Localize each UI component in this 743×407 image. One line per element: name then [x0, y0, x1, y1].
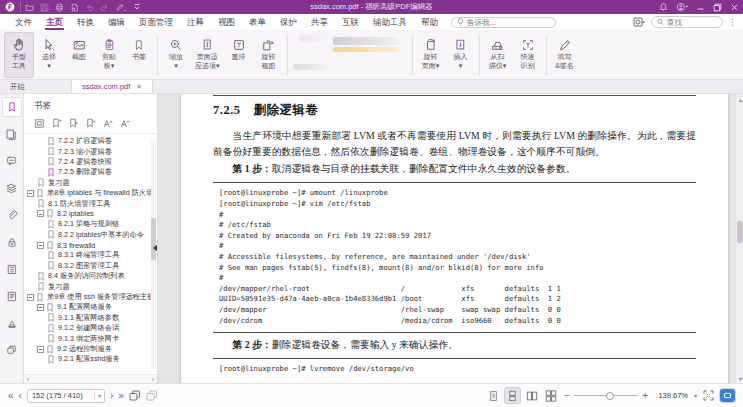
tool-rotatepage[interactable]: 旋转页面▾: [416, 32, 446, 78]
bookmark-item[interactable]: 9.1.2 创建网络会话: [24, 323, 157, 333]
zoom-out-button[interactable]: −: [564, 390, 570, 401]
nav-attachment-icon[interactable]: [3, 206, 21, 224]
page-dropdown-icon[interactable]: ▾: [94, 392, 104, 399]
tool-snapshot[interactable]: 截图: [64, 32, 94, 78]
page-number-input[interactable]: [28, 391, 94, 400]
customize-chevron-icon[interactable]: [133, 3, 141, 11]
menu-item-帮助[interactable]: 帮助: [414, 14, 445, 30]
zoom-in-button[interactable]: +: [642, 390, 648, 401]
bookmark-item[interactable]: 第8章 iptables 与 firewalld 防火墙: [24, 188, 157, 198]
menu-item-保护[interactable]: 保护: [273, 14, 304, 30]
close-icon[interactable]: [730, 3, 739, 12]
layout-continuous-button[interactable]: [505, 388, 520, 403]
text-larger-icon[interactable]: [102, 118, 113, 129]
scroll-up-icon[interactable]: ▴: [739, 96, 742, 103]
find-box[interactable]: [651, 16, 723, 28]
tool-insert[interactable]: 插入▾: [446, 32, 476, 78]
tool-fitpage[interactable]: 页面适应选项▾: [191, 32, 224, 78]
bookmark-item[interactable]: 7.2.2 扩容逻辑卷: [24, 136, 157, 146]
tree-expander-icon[interactable]: [37, 210, 44, 217]
ink-sign-icon[interactable]: [115, 3, 127, 12]
bookmark-item[interactable]: 9.2.1 配置sshd服务: [24, 354, 157, 364]
menu-item-共享[interactable]: 共享: [304, 14, 335, 30]
bookmark-item[interactable]: 7.2.4 逻辑卷快照: [24, 157, 157, 167]
undo-icon[interactable]: [85, 3, 94, 12]
redo-icon[interactable]: [100, 3, 109, 12]
minimize-icon[interactable]: [696, 3, 705, 12]
menu-item-互联[interactable]: 互联: [335, 14, 366, 30]
folder-open-icon[interactable]: [25, 3, 34, 12]
fullscreen-icon[interactable]: [703, 390, 714, 401]
layout-facing-continuous-button[interactable]: [543, 388, 558, 403]
menu-item-主页[interactable]: 主页: [39, 14, 70, 30]
tool-fillsign[interactable]: 填写&签名: [550, 32, 580, 78]
tree-expander-icon[interactable]: [37, 304, 44, 311]
bookmark-item[interactable]: 8.2 iptables: [24, 209, 157, 219]
last-page-button[interactable]: »: [118, 390, 124, 401]
new-page-icon[interactable]: [70, 3, 79, 12]
tool-bookmark[interactable]: 书签: [124, 32, 154, 78]
menu-item-视图[interactable]: 视图: [211, 14, 242, 30]
scroll-down-icon[interactable]: ▾: [739, 375, 742, 382]
tell-me-box[interactable]: [451, 17, 556, 28]
split-window-icon[interactable]: [146, 390, 158, 401]
bookmark-item[interactable]: 9.2 远程控制服务: [24, 344, 157, 354]
assistant-badge-icon[interactable]: [720, 389, 735, 402]
bookmark-item[interactable]: 8.3.2 图形管理工具: [24, 261, 157, 271]
bookmark-del-icon[interactable]: [85, 117, 96, 129]
panel-vertical-scrollbar[interactable]: [151, 140, 156, 369]
menu-item-页面管理[interactable]: 页面管理: [132, 14, 180, 30]
tool-scanner[interactable]: 从扫描仪▾: [483, 32, 513, 78]
zoom-dropdown-icon[interactable]: ▾: [694, 392, 697, 399]
zoom-slider[interactable]: − +: [564, 390, 648, 401]
bookmark-item[interactable]: 8.3 firewalld: [24, 240, 157, 250]
bookmark-item[interactable]: 复习题: [24, 178, 157, 188]
bookmark-item[interactable]: 9.1.1 配置网络参数: [24, 313, 157, 323]
page-number-box[interactable]: ▾: [27, 389, 105, 403]
tree-expander-icon[interactable]: [37, 346, 44, 353]
bell-icon[interactable]: [659, 2, 668, 12]
nav-bookmark-icon[interactable]: [3, 98, 21, 116]
expand-all-icon[interactable]: [34, 118, 45, 129]
bookmark-item[interactable]: 第9章 使用 ssh 服务管理远程主机: [24, 292, 157, 302]
maximize-icon[interactable]: [713, 3, 722, 12]
tool-zoom[interactable]: 缩放▾: [161, 32, 191, 78]
tool-rotateview[interactable]: 旋转视图: [254, 32, 284, 78]
tool-ocr[interactable]: 快速识别: [513, 32, 543, 78]
tree-expander-icon[interactable]: [27, 190, 34, 197]
more-options-icon[interactable]: ⋮: [728, 17, 737, 27]
first-page-button[interactable]: «: [8, 390, 14, 401]
bookmark-item[interactable]: 复习题: [24, 281, 157, 291]
add-bookmark-icon[interactable]: [51, 117, 62, 129]
new-window-icon[interactable]: [129, 390, 141, 401]
tool-hand[interactable]: 手型工具: [4, 32, 34, 78]
tool-clipboard[interactable]: 剪贴板▾: [94, 32, 124, 78]
panel-horizontal-scrollbar[interactable]: ‹›: [24, 374, 157, 383]
tool-reflow[interactable]: 重排: [224, 32, 254, 78]
save-icon[interactable]: [40, 3, 49, 12]
bookmark-item[interactable]: 8.2.2 iptables中基本的命令: [24, 230, 157, 240]
bookmark-item[interactable]: 9.1.3 绑定两块网卡: [24, 333, 157, 343]
tree-expander-icon[interactable]: [37, 242, 44, 249]
text-smaller-icon[interactable]: [119, 118, 130, 129]
bookmark-item[interactable]: 7.2.5 删除逻辑卷: [24, 167, 157, 177]
find-input[interactable]: [667, 18, 717, 27]
tree-expander-icon[interactable]: [27, 294, 34, 301]
nav-windows-icon[interactable]: [3, 341, 21, 359]
tool-cursor[interactable]: 选择▾: [34, 32, 64, 78]
bookmark-item[interactable]: 8.3.1 终端管理工具: [24, 250, 157, 260]
tab-ssdax.com.pdf[interactable]: ssdax.com.pdf✕: [72, 80, 153, 93]
layout-single-button[interactable]: [486, 388, 501, 403]
nav-pages-icon[interactable]: [3, 125, 21, 143]
zoom-slider-thumb[interactable]: [606, 392, 614, 400]
bookmark-goto-icon[interactable]: [68, 117, 79, 129]
bookmark-item[interactable]: 7.2.3 缩小逻辑卷: [24, 146, 157, 156]
menu-item-表单[interactable]: 表单: [242, 14, 273, 30]
tab-close-icon[interactable]: ✕: [136, 83, 142, 91]
nav-destination-icon[interactable]: [3, 287, 21, 305]
nav-stamp-icon[interactable]: [3, 314, 21, 332]
menu-item-辅助工具[interactable]: 辅助工具: [366, 14, 414, 30]
bookmark-item[interactable]: 8.2.1 策略与规则链: [24, 219, 157, 229]
next-page-button[interactable]: ›: [110, 390, 113, 401]
tell-me-input[interactable]: [467, 18, 547, 27]
